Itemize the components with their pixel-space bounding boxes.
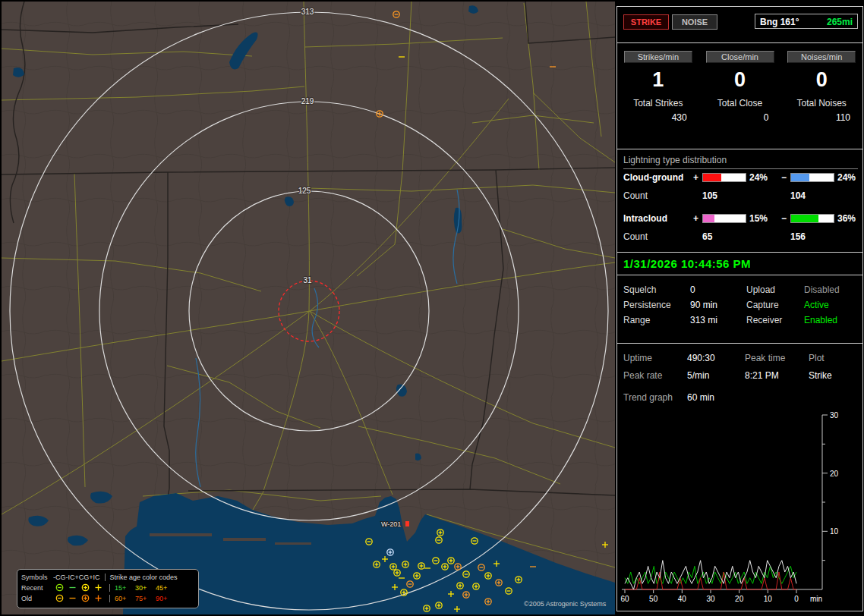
noises-rate-value: 0 xyxy=(780,68,862,92)
range-row: Range 313 mi Receiver Enabled xyxy=(617,315,862,327)
close-per-min-button[interactable]: Close/min xyxy=(706,51,774,63)
legend-header-row: Symbols -CG-IC+CG+IC Strike age color co… xyxy=(21,572,194,583)
legend-age-code: 45+ xyxy=(156,584,176,592)
intracloud-row: Intracloud + 15% − 36% xyxy=(617,213,862,224)
receiver-status: Enabled xyxy=(804,315,837,325)
legend-recent-row: Recent 15+30+45+ xyxy=(21,583,194,593)
counter-strikes: Strikes/min 1 Total Strikes 430 xyxy=(617,43,699,149)
cg-negative-bar xyxy=(790,173,834,182)
legend-symbol-p-icon xyxy=(92,593,105,603)
svg-text:125: 125 xyxy=(298,187,311,195)
svg-text:20: 20 xyxy=(735,595,744,603)
legend-symbol-cp-icon xyxy=(79,583,92,592)
plus-sign: + xyxy=(693,172,698,183)
svg-text:313: 313 xyxy=(301,8,314,16)
svg-text:219: 219 xyxy=(301,97,314,105)
counter-noises: Noises/min 0 Total Noises 110 xyxy=(780,43,862,149)
indicator-section: STRIKE NOISE Bng 161° 265mi xyxy=(617,7,862,43)
copyright-text: ©2005 Astrogenic Systems xyxy=(524,600,606,608)
status-panel: STRIKE NOISE Bng 161° 265mi Strikes/min … xyxy=(616,6,863,611)
datetime-section: 1/31/2026 10:44:56 PM xyxy=(617,253,862,275)
total-strikes-value: 430 xyxy=(617,112,699,123)
svg-text:min: min xyxy=(810,595,822,603)
trend-graph-row: Trend graph 60 min xyxy=(617,392,862,404)
bearing-distance: 265mi xyxy=(827,14,853,28)
legend-age-header: Strike age color codes xyxy=(105,574,178,581)
legend-symbol-m-icon xyxy=(66,593,79,603)
cloud-ground-count-row: Count 105 104 xyxy=(617,190,862,201)
minus-sign: − xyxy=(781,213,787,224)
legend-symbol-cm-icon xyxy=(53,583,66,592)
svg-text:W-201: W-201 xyxy=(381,520,401,528)
svg-text:50: 50 xyxy=(649,595,658,603)
cg-positive-bar xyxy=(702,173,746,182)
svg-text:40: 40 xyxy=(678,595,687,603)
svg-text:20: 20 xyxy=(830,470,839,478)
svg-text:0: 0 xyxy=(794,595,799,603)
legend-symbol-cm-icon xyxy=(53,593,66,603)
strike-indicator-button[interactable]: STRIKE xyxy=(623,14,669,30)
strikes-rate-value: 1 xyxy=(617,68,699,92)
legend-age-code: 30+ xyxy=(135,584,156,592)
peak-rate-row: Peak rate 5/min 8:21 PM Strike xyxy=(617,370,862,382)
capture-status: Active xyxy=(804,300,829,310)
settings-section: Squelch 0 Upload Disabled Persistence 90… xyxy=(617,275,862,344)
counter-close: Close/min 0 Total Close 0 xyxy=(699,43,781,149)
upload-status: Disabled xyxy=(804,284,840,295)
legend-symbol-cp-icon xyxy=(79,593,92,603)
uptime-row: Uptime 490:30 Peak time Plot xyxy=(617,353,862,365)
close-rate-value: 0 xyxy=(699,68,781,92)
legend-col-+CG: +CG xyxy=(75,574,90,581)
legend-col-+IC: +IC xyxy=(89,574,99,581)
map-legend: Symbols -CG-IC+CG+IC Strike age color co… xyxy=(17,569,199,608)
svg-text:10: 10 xyxy=(830,527,839,536)
total-close-label: Total Close xyxy=(699,98,781,108)
distribution-title: Lightning type distribution xyxy=(623,155,858,169)
legend-age-code: 75+ xyxy=(135,595,156,602)
intracloud-count-row: Count 65 156 xyxy=(617,231,862,242)
legend-col--IC: -IC xyxy=(66,574,75,581)
total-close-value: 0 xyxy=(699,112,781,123)
radar-map: 31321912531 W-201 Symbols -CG-IC+CG+IC S… xyxy=(2,2,615,614)
plus-sign: + xyxy=(693,213,698,224)
map-canvas: 31321912531 W-201 xyxy=(2,2,615,614)
session-trend-section: Uptime 490:30 Peak time Plot Peak rate 5… xyxy=(617,344,862,611)
persistence-row: Persistence 90 min Capture Active xyxy=(617,300,862,312)
squelch-row: Squelch 0 Upload Disabled xyxy=(617,284,862,297)
legend-age-code: 15+ xyxy=(115,584,135,592)
total-strikes-label: Total Strikes xyxy=(617,98,699,108)
legend-symbol-p-icon xyxy=(92,583,105,592)
ic-positive-bar xyxy=(702,214,746,223)
total-noises-value: 110 xyxy=(780,112,862,123)
legend-col--CG: -CG xyxy=(53,574,66,581)
bearing-display: Bng 161° 265mi xyxy=(755,14,858,29)
datetime-display: 1/31/2026 10:44:56 PM xyxy=(617,255,862,273)
cloud-ground-row: Cloud-ground + 24% − 24% xyxy=(617,172,862,183)
legend-symbol-column-headers: -CG-IC+CG+IC xyxy=(53,574,100,581)
lightning-monitor-app: { "toolbar": { "strike_label": "STRIKE",… xyxy=(0,0,864,616)
minus-sign: − xyxy=(781,172,787,183)
noises-per-min-button[interactable]: Noises/min xyxy=(787,51,856,63)
svg-text:30: 30 xyxy=(830,411,839,420)
ic-negative-bar xyxy=(790,214,834,223)
trend-graph: 3020106050403020100min xyxy=(617,409,862,611)
legend-symbol-m-icon xyxy=(66,583,79,592)
strikes-per-min-button[interactable]: Strikes/min xyxy=(624,51,692,63)
svg-text:10: 10 xyxy=(764,595,773,603)
counters-section: Strikes/min 1 Total Strikes 430 Close/mi… xyxy=(617,43,862,149)
svg-text:30: 30 xyxy=(706,595,715,603)
legend-old-row: Old 60+75+90+ xyxy=(21,593,194,604)
distribution-section: Lightning type distribution Cloud-ground… xyxy=(617,149,862,253)
legend-symbols-header: Symbols xyxy=(21,574,53,581)
svg-text:31: 31 xyxy=(303,276,312,284)
total-noises-label: Total Noises xyxy=(780,98,862,108)
legend-age-code: 60+ xyxy=(115,595,135,602)
legend-age-code: 90+ xyxy=(156,595,176,602)
bearing-label: Bng 161° xyxy=(760,14,799,28)
noise-indicator-button[interactable]: NOISE xyxy=(672,14,717,30)
svg-text:60: 60 xyxy=(620,595,629,603)
